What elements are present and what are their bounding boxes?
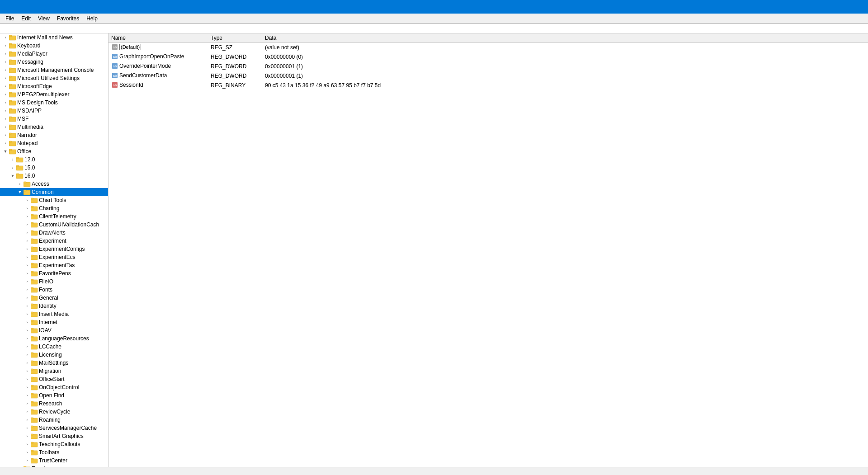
tree-item-general[interactable]: › General (0, 294, 108, 302)
expander-icon: › (24, 416, 31, 423)
tree-item-clienttelemetry[interactable]: › ClientTelemetry (0, 212, 108, 221)
expander-icon: › (16, 180, 24, 188)
expander-icon: › (24, 327, 31, 334)
col-data-header[interactable]: Data (262, 33, 868, 42)
table-row[interactable]: ab SendCustomerDataREG_DWORD0x00000001 (… (108, 71, 868, 81)
tree-item-label: Research (39, 400, 62, 407)
table-row[interactable]: ab GraphImportOpenOnPasteREG_DWORD0x0000… (108, 52, 868, 62)
col-type-header[interactable]: Type (208, 33, 262, 42)
tree-item-research[interactable]: › Research (0, 400, 108, 408)
expander-icon: › (24, 359, 31, 367)
tree-item-languageresources[interactable]: › LanguageResources (0, 334, 108, 343)
minimize-button[interactable] (800, 2, 821, 12)
menu-item-help[interactable]: Help (83, 14, 101, 23)
tree-item-mpeg2demux[interactable]: › MPEG2Demultiplexer (0, 90, 108, 99)
expander-icon: › (24, 254, 31, 261)
tree-item-office-120[interactable]: › 12.0 (0, 155, 108, 164)
close-button[interactable] (844, 2, 864, 12)
tree-item-fonts[interactable]: › Fonts (0, 286, 108, 294)
tree-item-onobjectcontrol[interactable]: › OnObjectControl (0, 383, 108, 391)
maximize-button[interactable] (822, 2, 843, 12)
menu-item-file[interactable]: File (2, 14, 18, 23)
tree-item-chart-tools[interactable]: › Chart Tools (0, 196, 108, 204)
tree-item-fileio[interactable]: › FileIO (0, 277, 108, 286)
expander-icon: › (2, 58, 9, 66)
tree-item-internet-mail[interactable]: › Internet Mail and News (0, 33, 108, 42)
tree-item-multimedia[interactable]: › Multimedia (0, 123, 108, 131)
tree-item-insertmedia[interactable]: › Insert Media (0, 310, 108, 318)
tree-item-teachingcallouts[interactable]: › TeachingCallouts (0, 440, 108, 448)
tree-item-microsoftedge[interactable]: › MicrosoftEdge (0, 82, 108, 90)
tree-item-ms-design-tools[interactable]: › MS Design Tools (0, 99, 108, 107)
tree-item-toolbars[interactable]: › Toolbars (0, 448, 108, 456)
table-row[interactable]: ab OverridePointerModeREG_DWORD0x0000000… (108, 62, 868, 71)
table-row[interactable]: ab (Default)REG_SZ(value not set) (108, 42, 868, 52)
tree-item-office-common[interactable]: ▼ Common (0, 188, 108, 196)
expander-icon: › (2, 83, 9, 90)
tree-item-office-160[interactable]: ▼ 16.0 (0, 172, 108, 180)
folder-icon (31, 262, 38, 269)
tree-item-label: Experiment (39, 238, 66, 244)
tree-item-identity[interactable]: › Identity (0, 302, 108, 310)
expander-icon: › (24, 270, 31, 277)
folder-icon (16, 164, 24, 171)
tree-item-licensing[interactable]: › Licensing (0, 351, 108, 359)
tree-item-label: Multimedia (17, 124, 43, 130)
svg-rect-1 (9, 35, 12, 37)
tree-item-officestart[interactable]: › OfficeStart (0, 375, 108, 383)
folder-icon (16, 172, 24, 179)
cell-data: (value not set) (262, 42, 868, 52)
tree-item-charting[interactable]: › Charting (0, 204, 108, 212)
tree-item-customuivalidation[interactable]: › CustomUIValidationCach (0, 221, 108, 229)
tree-item-experiment[interactable]: › Experiment (0, 237, 108, 245)
tree-item-roaming[interactable]: › Roaming (0, 416, 108, 424)
tree-item-experimentconfigs[interactable]: › ExperimentConfigs (0, 245, 108, 253)
tree-item-ioav[interactable]: › IOAV (0, 326, 108, 334)
tree-item-lccache[interactable]: › LCCache (0, 343, 108, 351)
tree-item-experimentecs[interactable]: › ExperimentEcs (0, 253, 108, 261)
tree-item-openfind[interactable]: › Open Find (0, 391, 108, 400)
tree-item-ms-util-settings[interactable]: › Microsoft Utilized Settings (0, 74, 108, 82)
svg-rect-55 (31, 255, 33, 256)
tree-item-narrator[interactable]: › Narrator (0, 131, 108, 139)
expander-icon: › (24, 441, 31, 448)
tree-item-trustcenter[interactable]: › TrustCenter (0, 456, 108, 465)
tree-item-msf[interactable]: › MSF (0, 115, 108, 123)
tree-item-office-150[interactable]: › 15.0 (0, 164, 108, 172)
tree-item-notepad[interactable]: › Notepad (0, 139, 108, 147)
tree-item-msdaipp[interactable]: › MSDAIPP (0, 107, 108, 115)
tree-item-keyboard[interactable]: › Keyboard (0, 42, 108, 50)
tree-item-label: TrustCenter (39, 457, 67, 464)
expander-icon: › (24, 286, 31, 293)
tree-item-drawalerts[interactable]: › DrawAlerts (0, 229, 108, 237)
tree-item-office[interactable]: ▼ Office (0, 147, 108, 155)
menu-item-view[interactable]: View (34, 14, 53, 23)
col-name-header[interactable]: Name (108, 33, 208, 42)
tree-item-mailsettings[interactable]: › MailSettings (0, 359, 108, 367)
tree-item-experimenttas[interactable]: › ExperimentTas (0, 261, 108, 269)
table-row[interactable]: ab SessionIdREG_BINARY90 c5 43 1a 15 36 … (108, 81, 868, 90)
menu-item-edit[interactable]: Edit (18, 14, 34, 23)
expander-icon: › (9, 156, 16, 163)
menu-item-favorites[interactable]: Favorites (53, 14, 83, 23)
tree-item-messaging[interactable]: › Messaging (0, 58, 108, 66)
tree-item-servicesmanagercache[interactable]: › ServicesManagerCache (0, 424, 108, 432)
folder-icon (31, 310, 38, 318)
svg-rect-65 (31, 296, 33, 297)
tree-item-office-access[interactable]: › Access (0, 180, 108, 188)
folder-icon (9, 50, 16, 57)
expander-icon: ▼ (16, 188, 24, 196)
tree-item-internet[interactable]: › Internet (0, 318, 108, 326)
tree-item-migration[interactable]: › Migration (0, 367, 108, 375)
tree-item-excel[interactable]: › Excel (0, 465, 108, 467)
expander-icon: › (24, 335, 31, 342)
tree-item-ms-mgmt-console[interactable]: › Microsoft Management Console (0, 66, 108, 74)
tree-item-mediaplayer[interactable]: › MediaPlayer (0, 50, 108, 58)
tree-item-favoritepens[interactable]: › FavoritePens (0, 269, 108, 277)
status-bar (0, 467, 868, 475)
tree-item-reviewcycle[interactable]: › ReviewCycle (0, 408, 108, 416)
tree-item-label: OnObjectControl (39, 384, 79, 390)
expander-icon: › (24, 262, 31, 269)
tree-panel[interactable]: › Internet Mail and News › Keyboard › Me… (0, 33, 108, 467)
tree-item-smartart[interactable]: › SmartArt Graphics (0, 432, 108, 440)
